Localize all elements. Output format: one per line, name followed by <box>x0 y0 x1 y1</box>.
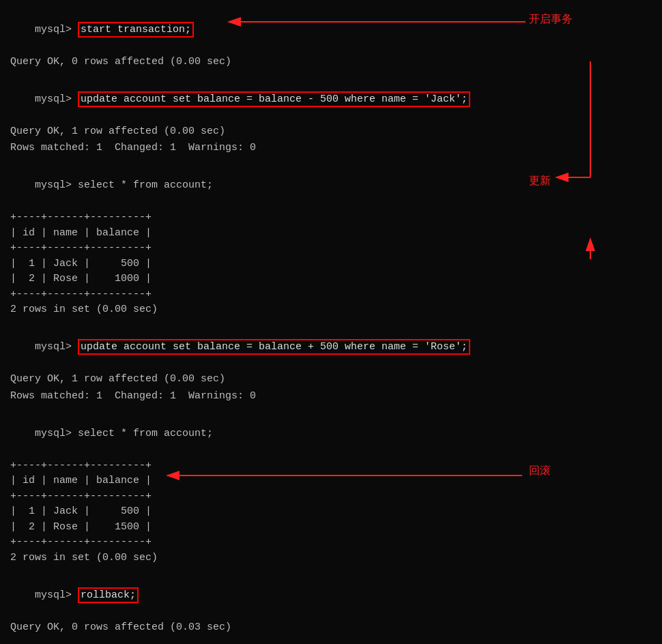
table2-row2: | 2 | Rose | 1500 | <box>10 520 652 536</box>
result-3: 2 rows in set (0.00 sec) <box>10 302 652 318</box>
table2-border-mid: +----+------+---------+ <box>10 489 652 505</box>
result-5: 2 rows in set (0.00 sec) <box>10 551 652 566</box>
cmd-rollback: mysql> rollback; <box>10 572 652 619</box>
table1-border-top: +----+------+---------+ <box>10 210 652 226</box>
table1-border-bot: +----+------+---------+ <box>10 287 652 303</box>
prompt-3: mysql> <box>35 179 78 191</box>
prompt-1: mysql> <box>35 24 78 35</box>
table2-border-bot: +----+------+---------+ <box>10 535 652 551</box>
update-jack-cmd: update account set balance = balance - 5… <box>78 91 470 107</box>
annotation-update: 更新 <box>529 174 551 188</box>
start-transaction-cmd: start transaction; <box>78 22 194 38</box>
table2-row1: | 1 | Jack | 500 | <box>10 504 652 520</box>
table1-row2: | 2 | Rose | 1000 | <box>10 272 652 287</box>
result-4a: Query OK, 1 row affected (0.00 sec) <box>10 372 652 387</box>
table2-header: | id | name | balance | <box>10 473 652 489</box>
annotation-rollback: 回滚 <box>529 464 551 478</box>
prompt-5: mysql> <box>35 428 78 439</box>
cmd-select-1: mysql> select * from account; <box>10 163 652 209</box>
cmd-update-jack: mysql> update account set balance = bala… <box>10 76 652 123</box>
table1-border-mid: +----+------+---------+ <box>10 241 652 257</box>
update-rose-cmd: update account set balance = balance + 5… <box>78 339 470 355</box>
table1-row1: | 1 | Jack | 500 | <box>10 257 652 272</box>
result-1: Query OK, 0 rows affected (0.00 sec) <box>10 55 652 70</box>
rollback-cmd: rollback; <box>78 587 139 603</box>
table1-header: | id | name | balance | <box>10 226 652 241</box>
annotation-start-txn: 开启事务 <box>529 12 573 27</box>
cmd-update-rose: mysql> update account set balance = bala… <box>10 325 652 371</box>
result-2a: Query OK, 1 row affected (0.00 sec) <box>10 124 652 140</box>
prompt-6: mysql> <box>35 589 78 601</box>
table2-border-top: +----+------+---------+ <box>10 458 652 474</box>
prompt-2: mysql> <box>35 93 78 105</box>
result-2b: Rows matched: 1 Changed: 1 Warnings: 0 <box>10 141 652 156</box>
result-4b: Rows matched: 1 Changed: 1 Warnings: 0 <box>10 389 652 405</box>
result-6: Query OK, 0 rows affected (0.03 sec) <box>10 620 652 636</box>
terminal-window: mysql> start transaction; Query OK, 0 ro… <box>10 7 652 644</box>
prompt-4: mysql> <box>35 341 78 353</box>
cmd-select-2: mysql> select * from account; <box>10 411 652 457</box>
